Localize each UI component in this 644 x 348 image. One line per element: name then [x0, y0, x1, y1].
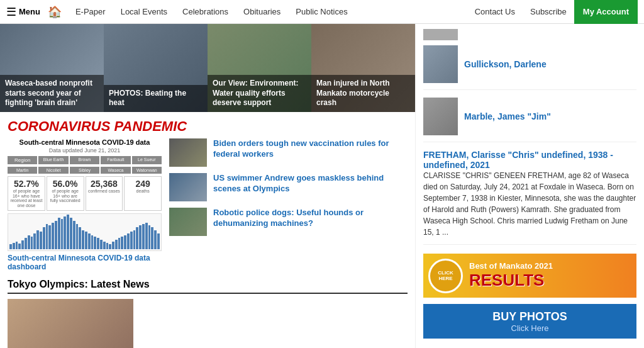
news-item-0: Biden orders tough new vaccination rules…	[169, 138, 408, 167]
ad-here-label: HERE	[438, 276, 452, 281]
region-btn-8[interactable]: Waseca	[101, 167, 130, 174]
ad-best-big: RESULTS	[469, 271, 553, 290]
covid-stat-label-2: confirmed cases	[88, 189, 121, 194]
covid-stat-2: 25,368 confirmed cases	[86, 176, 123, 211]
nav-left: ☰ Menu 🏠	[6, 5, 68, 19]
nav-public-notices[interactable]: Public Notices	[288, 0, 355, 24]
nav-links: E-Paper Local Events Celebrations Obitua…	[68, 0, 355, 24]
news-title-0[interactable]: Biden orders tough new vaccination rules…	[213, 138, 408, 160]
olympics-image[interactable]	[8, 299, 133, 348]
news-thumb-2	[169, 208, 207, 236]
covid-section: South-central Minnesota COVID-19 data Da…	[0, 138, 415, 279]
buy-photos-ad[interactable]: BUY PHOTOS Click Here	[423, 304, 636, 339]
main-container: Waseca-based nonprofit starts second yea…	[0, 24, 644, 348]
obit-name-1[interactable]: Marble, James "Jim"	[464, 111, 551, 121]
covid-stat-num-2: 25,368	[88, 179, 121, 189]
hero-item-1[interactable]: Waseca-based nonprofit starts second yea…	[0, 24, 104, 112]
hero-carousel: Waseca-based nonprofit starts second yea…	[0, 24, 415, 112]
sidebar-obit-top-thumb	[423, 29, 458, 40]
region-btn-2[interactable]: Brown	[70, 156, 99, 164]
ad-best-circle: CLICK HERE	[428, 259, 463, 293]
main-obit-text: CLARISSE "CHRIS" GENEEN FRETHAM, age 82 …	[423, 170, 636, 238]
sidebar-main-obit: FRETHAM, Clarisse "Chris" undefined, 193…	[423, 150, 636, 245]
my-account-button[interactable]: My Account	[574, 0, 638, 24]
covid-stat-1: 56.0% of people age 16+ who are fully va…	[47, 176, 84, 211]
news-title-1[interactable]: US swimmer Andrew goes maskless behind s…	[213, 173, 408, 194]
covid-stats-boxes: 52.7% of people age 16+ who have receive…	[8, 176, 162, 211]
ad-click-label: CLICK	[438, 270, 453, 276]
hero-item-3[interactable]: Our View: Environment: Water quality eff…	[208, 24, 311, 112]
main-obit-name[interactable]: FRETHAM, Clarisse "Chris" undefined, 193…	[423, 150, 613, 170]
section-title-covid: CORONAVIRUS PANDEMIC	[0, 112, 415, 138]
news-list: Biden orders tough new vaccination rules…	[169, 138, 408, 271]
region-btn-0[interactable]: Region	[8, 156, 37, 164]
nav-local-events[interactable]: Local Events	[113, 0, 175, 24]
news-thumb-1	[169, 173, 207, 201]
nav-subscribe[interactable]: Subscribe	[523, 0, 574, 24]
obit-name-0[interactable]: Gullickson, Darlene	[464, 59, 547, 69]
olympics-header: Tokyo Olympics: Latest News	[8, 279, 408, 294]
sidebar-obit-1: Marble, James "Jim"	[423, 98, 636, 142]
buy-photos-line2: Click Here	[511, 323, 549, 333]
covid-stat-label-3: deaths	[126, 189, 159, 194]
covid-dashboard-link[interactable]: South-central Minnesota COVID-19 data da…	[8, 254, 162, 271]
covid-region-buttons-2: Martin Nicollet Sibley Waseca Watonwan	[8, 167, 162, 174]
nav-right: Contact Us Subscribe My Account	[467, 0, 638, 24]
region-btn-9[interactable]: Watonwan	[132, 167, 162, 174]
covid-stat-0: 52.7% of people age 16+ who have receive…	[8, 176, 45, 211]
news-item-1: US swimmer Andrew goes maskless behind s…	[169, 173, 408, 201]
covid-stat-num-0: 52.7%	[10, 179, 43, 189]
nav-contact-us[interactable]: Contact Us	[467, 0, 523, 24]
covid-stat-label-1: of people age 16+ who are fully vaccinat…	[49, 189, 82, 203]
covid-stat-label-0: of people age 16+ who have received at l…	[10, 189, 43, 208]
region-btn-5[interactable]: Martin	[8, 167, 37, 174]
covid-chart-date: Data updated June 21, 2021	[8, 147, 162, 154]
region-btn-6[interactable]: Nicollet	[38, 167, 68, 174]
covid-bar-chart	[8, 213, 162, 251]
news-thumb-0	[169, 138, 207, 167]
hero-caption-4: Man injured in North Mankato motorcycle …	[311, 75, 415, 112]
hamburger-icon[interactable]: ☰	[6, 5, 16, 19]
region-btn-3[interactable]: Faribault	[101, 156, 130, 164]
best-mankato-ad[interactable]: CLICK HERE Best of Mankato 2021 RESULTS	[423, 254, 636, 298]
obit-thumb-0	[423, 45, 458, 83]
buy-photos-line1: BUY PHOTOS	[492, 310, 567, 323]
hero-caption-1: Waseca-based nonprofit starts second yea…	[0, 75, 104, 112]
obit-thumb-1	[423, 98, 458, 135]
menu-label[interactable]: Menu	[19, 7, 40, 16]
region-btn-4[interactable]: Le Sueur	[132, 156, 162, 164]
hero-item-2[interactable]: PHOTOS: Beating the heat	[104, 24, 208, 112]
olympics-section: Tokyo Olympics: Latest News	[0, 279, 415, 348]
region-btn-1[interactable]: Blue Earth	[38, 156, 68, 164]
nav-obituaries[interactable]: Obituaries	[236, 0, 288, 24]
news-item-2: Robotic police dogs: Useful hounds or de…	[169, 208, 408, 236]
hero-caption-2: PHOTOS: Beating the heat	[104, 85, 208, 112]
home-icon[interactable]: 🏠	[48, 5, 62, 19]
navbar: ☰ Menu 🏠 E-Paper Local Events Celebratio…	[0, 0, 644, 24]
ad-best-text: Best of Mankato 2021 RESULTS	[469, 261, 553, 290]
covid-stat-num-1: 56.0%	[49, 179, 82, 189]
hero-caption-3: Our View: Environment: Water quality eff…	[208, 75, 311, 112]
hero-item-4[interactable]: Man injured in North Mankato motorcycle …	[311, 24, 415, 112]
covid-chart-title: South-central Minnesota COVID-19 data	[8, 138, 162, 146]
person-image	[8, 299, 133, 348]
nav-epaper[interactable]: E-Paper	[68, 0, 113, 24]
sidebar-obit-0: Gullickson, Darlene	[423, 45, 636, 90]
nav-celebrations[interactable]: Celebrations	[175, 0, 236, 24]
sidebar: Gullickson, Darlene Marble, James "Jim" …	[415, 24, 644, 348]
covid-stat-3: 249 deaths	[124, 176, 162, 211]
ad-best-top: Best of Mankato 2021	[469, 261, 553, 271]
content-area: Waseca-based nonprofit starts second yea…	[0, 24, 415, 348]
covid-region-buttons: Region Blue Earth Brown Faribault Le Sue…	[8, 156, 162, 164]
region-btn-7[interactable]: Sibley	[70, 167, 99, 174]
covid-chart: South-central Minnesota COVID-19 data Da…	[8, 138, 162, 271]
news-title-2[interactable]: Robotic police dogs: Useful hounds or de…	[213, 208, 408, 229]
covid-stat-num-3: 249	[126, 179, 159, 189]
